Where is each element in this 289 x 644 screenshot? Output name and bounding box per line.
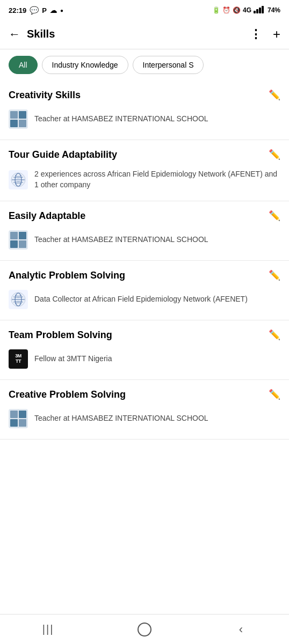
skill-creativity-desc: Teacher at HAMSABEZ INTERNATIONAL SCHOOL (34, 114, 280, 125)
menu-icon: ||| (42, 623, 54, 635)
afenet-logo-1 (9, 170, 28, 189)
skill-easily-adaptable-entry: Teacher at HAMSABEZ INTERNATIONAL SCHOOL (9, 228, 280, 252)
filter-interpersonal[interactable]: Interpersonal S (133, 56, 204, 74)
skill-team-problem-entry: 3MTT Fellow at 3MTT Nigeria (9, 347, 280, 371)
filter-bar: All Industry Knowledge Interpersonal S (0, 49, 289, 80)
bottom-back-button[interactable]: ‹ (225, 619, 257, 640)
school-logo-1 (9, 109, 28, 129)
page-title: Skills (25, 28, 250, 40)
alarm-icon: ⏰ (222, 6, 230, 14)
skill-creativity-entry: Teacher at HAMSABEZ INTERNATIONAL SCHOOL (9, 107, 280, 131)
svg-rect-0 (254, 11, 256, 13)
status-right: 🔋 ⏰ 🔇 4G 74% (212, 6, 280, 15)
school-logo-2 (9, 230, 28, 250)
3mtt-logo: 3MTT (9, 349, 28, 369)
afenet-logo-2 (9, 290, 28, 309)
edit-creativity-button[interactable]: ✏️ (269, 89, 280, 101)
skill-creative-problem-header: Creative Problem Solving ✏️ (9, 389, 280, 400)
skill-easily-adaptable-title: Easily Adaptable (9, 210, 85, 222)
skill-creativity: Creativity Skills ✏️ Teacher at HAMSABEZ… (0, 80, 289, 140)
nav-bar: ← Skills ⋮ + (0, 19, 289, 49)
skill-creativity-header: Creativity Skills ✏️ (9, 89, 280, 101)
skill-tour-guide-desc: 2 experiences across African Field Epide… (34, 169, 280, 190)
filter-all[interactable]: All (9, 56, 38, 74)
mute-icon: 🔇 (233, 6, 241, 14)
svg-rect-1 (256, 9, 258, 13)
svg-rect-3 (262, 6, 264, 13)
home-icon (138, 623, 151, 636)
battery-icon: 🔋 (212, 6, 220, 14)
skill-creative-problem: Creative Problem Solving ✏️ Teacher at H… (0, 380, 289, 440)
skill-tour-guide: Tour Guide Adaptability ✏️ 2 experiences… (0, 140, 289, 201)
skill-easily-adaptable-desc: Teacher at HAMSABEZ INTERNATIONAL SCHOOL (34, 235, 280, 245)
skill-team-problem-title: Team Problem Solving (9, 330, 112, 341)
skill-team-problem-header: Team Problem Solving ✏️ (9, 329, 280, 341)
edit-team-problem-button[interactable]: ✏️ (269, 329, 280, 341)
school-logo-3 (9, 409, 28, 428)
skill-creative-problem-desc: Teacher at HAMSABEZ INTERNATIONAL SCHOOL (34, 413, 280, 424)
p-icon: P (42, 6, 47, 14)
skill-tour-guide-entry: 2 experiences across African Field Epide… (9, 167, 280, 192)
skill-analytic-header: Analytic Problem Solving ✏️ (9, 269, 280, 281)
skill-analytic-title: Analytic Problem Solving (9, 270, 125, 281)
add-button[interactable]: + (273, 27, 280, 42)
signal-bars (254, 6, 265, 15)
cloud-icon: ☁ (50, 6, 57, 14)
skill-analytic-desc: Data Collector at African Field Epidemio… (34, 294, 280, 305)
signal-label: 4G (243, 6, 251, 14)
whatsapp-icon: 💬 (30, 6, 39, 14)
edit-tour-guide-button[interactable]: ✏️ (269, 149, 280, 160)
bottom-home-button[interactable] (128, 619, 161, 640)
skill-analytic-entry: Data Collector at African Field Epidemio… (9, 288, 280, 311)
skill-creative-problem-title: Creative Problem Solving (9, 389, 126, 400)
bottom-menu-button[interactable]: ||| (32, 619, 64, 640)
status-left: 22:19 💬 P ☁ ● (9, 6, 63, 14)
skill-easily-adaptable: Easily Adaptable ✏️ Teacher at HAMSABEZ … (0, 201, 289, 261)
back-button[interactable]: ← (9, 25, 25, 43)
battery-pct: 74% (268, 6, 280, 14)
bottom-nav: ||| ‹ (0, 614, 289, 644)
skill-team-problem-desc: Fellow at 3MTT Nigeria (34, 354, 280, 364)
time: 22:19 (9, 6, 26, 14)
edit-creative-problem-button[interactable]: ✏️ (269, 389, 280, 400)
svg-rect-2 (259, 8, 261, 13)
skill-easily-adaptable-header: Easily Adaptable ✏️ (9, 210, 280, 222)
edit-analytic-button[interactable]: ✏️ (269, 269, 280, 281)
status-bar: 22:19 💬 P ☁ ● 🔋 ⏰ 🔇 4G 74% (0, 0, 289, 19)
skill-analytic: Analytic Problem Solving ✏️ Data Collect… (0, 261, 289, 320)
skills-list: Creativity Skills ✏️ Teacher at HAMSABEZ… (0, 80, 289, 440)
more-button[interactable]: ⋮ (250, 27, 262, 41)
skill-creative-problem-entry: Teacher at HAMSABEZ INTERNATIONAL SCHOOL (9, 407, 280, 430)
edit-easily-adaptable-button[interactable]: ✏️ (269, 210, 280, 222)
filter-industry[interactable]: Industry Knowledge (42, 56, 128, 74)
dot-icon: ● (60, 8, 63, 13)
back-nav-icon: ‹ (239, 623, 243, 636)
nav-actions: ⋮ + (250, 27, 280, 42)
skill-team-problem: Team Problem Solving ✏️ 3MTT Fellow at 3… (0, 320, 289, 380)
skill-tour-guide-title: Tour Guide Adaptability (9, 149, 117, 160)
skill-tour-guide-header: Tour Guide Adaptability ✏️ (9, 149, 280, 160)
skill-creativity-title: Creativity Skills (9, 90, 81, 101)
